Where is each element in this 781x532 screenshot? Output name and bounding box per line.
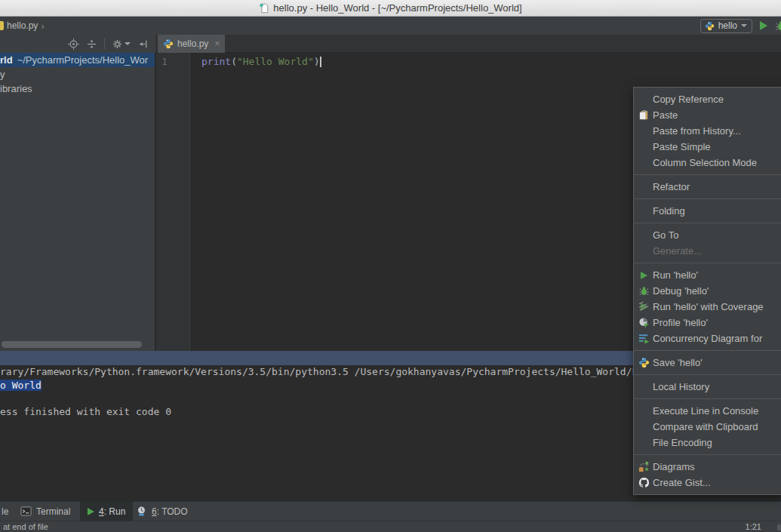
menu-separator [634,223,781,223]
window-file-icon [259,2,269,14]
menu-separator [634,374,781,375]
run-configuration-select[interactable]: hello [700,19,752,33]
project-tree-item[interactable]: ibraries [0,81,155,96]
toolbar-separator [104,38,105,49]
debug-bug-icon [638,285,650,297]
menu-item-execute-line-in-console[interactable]: Execute Line in Console [634,403,781,419]
horizontal-scrollbar[interactable] [2,341,142,348]
editor-tabstrip: hello.py × [155,35,781,53]
code-string: "Hello World" [237,56,314,67]
menu-item-file-encoding[interactable]: File Encoding [634,435,781,451]
caret-position[interactable]: 1:21 [746,522,761,531]
todo-icon [136,506,147,517]
window-title: hello.py - Hello_World - [~/PycharmProje… [273,2,521,14]
menu-item-profile-hello[interactable]: Profile 'hello' [634,315,781,331]
diagrams-icon [638,461,650,472]
status-bar: at end of file 1:21 [0,521,781,532]
toolwindow-tab-todo[interactable]: 6: TODO [136,502,188,521]
python-icon [638,357,650,368]
run-configuration-name: hello [718,20,737,31]
menu-item-column-selection-mode[interactable]: Column Selection Mode [634,155,781,171]
menu-item-diagrams[interactable]: Diagrams [634,459,781,475]
menu-item-run-hello[interactable]: Run 'hello' [634,267,781,283]
menu-separator [634,263,781,263]
chevron-down-icon [125,42,131,45]
line-number: 1 [161,56,168,67]
toolwindow-tab-console-partial[interactable]: le [2,502,8,521]
toolwindow-bar: le Terminal 4: Run 6: TODO [0,501,781,521]
project-tree-item[interactable]: y [0,67,155,81]
status-bar-widget-sliver [777,524,781,530]
menu-item-copy-reference[interactable]: Copy Reference [634,91,781,107]
file-icon [0,21,4,30]
menu-item-debug-hello[interactable]: Debug 'hello' [634,283,781,299]
project-tree-root-selected[interactable]: rld ~/PycharmProjects/Hello_Wor [0,53,155,67]
breadcrumb[interactable]: hello.py › [0,20,45,32]
settings-gear-button[interactable] [112,38,131,50]
locate-target-icon[interactable] [68,38,79,50]
toolwindow-tab-terminal[interactable]: Terminal [20,502,70,521]
run-icon [88,508,94,515]
code-builtin: print [201,56,231,67]
editor-context-menu: Copy Reference Paste Paste from History.… [633,87,781,495]
project-panel-toolbar [0,35,155,53]
menu-separator [634,350,781,351]
text-caret [320,57,321,67]
profiler-icon [638,317,650,328]
menu-item-run-with-coverage[interactable]: Run 'hello' with Coverage [634,299,781,315]
run-icon [638,272,650,279]
menu-item-concurrency-diagram[interactable]: Concurrency Diagram for [634,331,781,346]
menu-separator [634,174,781,175]
close-icon[interactable]: × [214,38,220,49]
selected-output: o World [0,380,42,391]
menu-item-paste[interactable]: Paste [634,107,781,123]
editor-gutter: 1 [156,53,190,351]
project-panel: rld ~/PycharmProjects/Hello_Wor y ibrari… [0,53,155,351]
main-toolbar: hello.py › hello [0,17,781,35]
menu-item-paste-from-history[interactable]: Paste from History... [634,123,781,139]
menu-separator [634,198,781,199]
run-button[interactable] [760,21,767,30]
pycharm-window: hello.py - Hello_World - [~/PycharmProje… [0,0,781,532]
breadcrumb-file[interactable]: hello.py [7,20,38,31]
menu-item-go-to[interactable]: Go To [634,227,781,243]
paste-icon [638,109,650,121]
menu-item-local-history[interactable]: Local History [634,379,781,395]
github-gist-icon [638,477,650,488]
todo-tab-label: 6: TODO [152,506,188,517]
terminal-icon [20,506,32,517]
menu-separator [634,454,781,455]
menu-item-folding[interactable]: Folding [634,203,781,219]
menu-item-refactor[interactable]: Refactor [634,179,781,195]
titlebar: hello.py - Hello_World - [~/PycharmProje… [0,0,781,17]
toolwindow-tab-run-active[interactable]: 4: Run [80,502,133,521]
hide-panel-icon[interactable] [137,38,149,50]
collapse-all-icon[interactable] [86,38,97,50]
coverage-icon [638,301,650,312]
menu-item-generate-disabled: Generate... [634,243,781,259]
menu-item-paste-simple[interactable]: Paste Simple [634,139,781,155]
menu-item-save-hello[interactable]: Save 'hello' [634,355,781,371]
menu-item-compare-with-clipboard[interactable]: Compare with Clipboard [634,419,781,435]
run-toolbar: hello [700,19,781,33]
concurrency-icon [638,333,650,344]
code-line[interactable]: print("Hello World") [191,56,321,67]
tab-label: hello.py [177,38,208,49]
editor-tab-hello-py[interactable]: hello.py × [158,35,225,53]
menu-item-create-gist[interactable]: Create Gist... [634,475,781,490]
menu-separator [634,398,781,399]
chevron-down-icon [741,24,747,27]
status-message: at end of file [3,522,48,531]
python-file-icon [163,38,174,49]
debug-button[interactable] [775,20,781,32]
breadcrumb-chevron-icon: › [41,20,44,32]
python-icon [705,21,715,31]
run-tab-label: 4: Run [99,506,125,517]
